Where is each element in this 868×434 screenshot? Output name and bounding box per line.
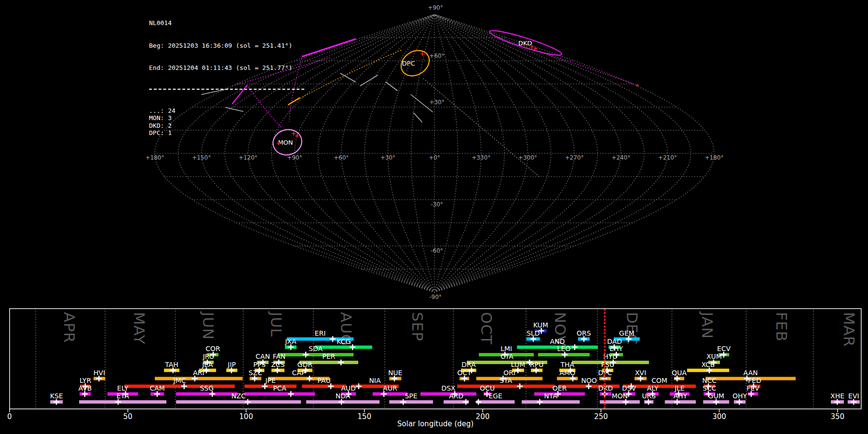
shower-label-lum: LUM bbox=[511, 361, 525, 368]
peak-marker-jpe bbox=[262, 383, 268, 389]
shower-label-cta: CTA bbox=[501, 353, 514, 360]
peak-marker-nta bbox=[537, 399, 542, 405]
x-tick-label: 0 bbox=[7, 412, 12, 421]
shower-label-dad: DAD bbox=[607, 338, 622, 345]
meteor-trail bbox=[414, 113, 422, 122]
radiant-ellipses: DPCMONDKD bbox=[270, 27, 563, 158]
peak-marker-pau bbox=[328, 383, 334, 389]
peak-marker-urs bbox=[646, 399, 651, 405]
peak-marker-jmc bbox=[181, 383, 187, 389]
shower-label-dsv: DSV bbox=[622, 384, 637, 392]
meteor-counts: ...: 24MON: 3DKD: 2DPC: 1 bbox=[149, 107, 304, 137]
shower-label-hvi: HVI bbox=[94, 369, 105, 377]
shower-label-nda: NDA bbox=[336, 392, 351, 400]
shower-label-psu: PSU bbox=[601, 361, 614, 368]
shower-label-xhe: XHE bbox=[830, 392, 844, 400]
shower-label-can: CAN bbox=[256, 353, 270, 360]
shower-label-ahy: AHY bbox=[673, 392, 687, 400]
shower-label-ocu: OCU bbox=[480, 384, 495, 392]
month-label: MAY bbox=[131, 312, 148, 344]
peak-marker-sta bbox=[517, 383, 523, 389]
shower-bar-aur bbox=[373, 393, 407, 396]
shower-label-urs: URS bbox=[642, 392, 656, 400]
shower-label-scc: SCC bbox=[703, 384, 717, 392]
month-label: FEB bbox=[773, 312, 790, 342]
peak-marker-eta bbox=[115, 399, 121, 405]
peak-marker-rpu bbox=[533, 367, 539, 373]
radiant-label-dkd: DKD bbox=[518, 40, 532, 47]
latitude-label: -30° bbox=[431, 201, 443, 208]
peak-marker-ari bbox=[192, 376, 198, 381]
shower-label-cor: COR bbox=[205, 345, 220, 353]
peak-marker-ege bbox=[475, 399, 481, 405]
row-violet: KSEETANZCNDASPEARDEGENTAMONURSAHYGUMOHYX… bbox=[50, 392, 860, 405]
shower-label-nta: NTA bbox=[544, 392, 557, 400]
peak-marker-evi bbox=[851, 399, 856, 405]
peak-marker-xvi bbox=[637, 376, 643, 381]
shower-label-qua: QUA bbox=[672, 369, 687, 377]
longitude-label: +180° bbox=[146, 154, 164, 161]
shower-label-kse: KSE bbox=[50, 392, 63, 400]
shower-label-com: COM bbox=[651, 377, 667, 384]
shower-bar-ari bbox=[155, 377, 243, 380]
shower-label-aud: AUD bbox=[341, 384, 356, 392]
shower-label-cam: CAM bbox=[149, 384, 164, 392]
month-label: JUN bbox=[200, 311, 217, 340]
shower-bar-mon bbox=[600, 400, 640, 404]
shower-bar-jpe bbox=[244, 385, 297, 388]
longitude-label: +90° bbox=[287, 154, 302, 161]
count-row: MON: 3 bbox=[149, 114, 304, 122]
shower-label-nia: NIA bbox=[369, 377, 381, 384]
shower-label-jxa: JXA bbox=[285, 338, 297, 345]
longitude-label: +120° bbox=[239, 154, 258, 161]
peak-marker-jip bbox=[229, 367, 234, 373]
x-tick-label: 350 bbox=[830, 412, 844, 421]
latitude-label: +60° bbox=[429, 53, 444, 59]
shower-label-ecv: ECV bbox=[717, 345, 731, 353]
begin-time: Beg: 20251203 16:36:09 (sol = 251.41°) bbox=[149, 42, 304, 50]
peak-marker-pca bbox=[288, 391, 294, 397]
month-label: JUL bbox=[268, 311, 285, 337]
shower-label-kcg: KCG bbox=[337, 338, 351, 345]
peak-marker-jxa bbox=[288, 344, 294, 350]
peak-marker-ors bbox=[581, 336, 587, 342]
peak-marker-nzc bbox=[245, 399, 251, 405]
peak-marker-nia bbox=[356, 383, 362, 389]
peak-marker-eri bbox=[330, 336, 336, 342]
shower-label-cap: CAP bbox=[292, 369, 306, 377]
longitude-label: +210° bbox=[658, 154, 677, 161]
shower-label-ori: ORI bbox=[503, 369, 515, 377]
latitude-label: +30° bbox=[429, 99, 444, 106]
shower-label-jrc: JRC bbox=[203, 353, 214, 360]
shower-label-fan: FAN bbox=[272, 353, 285, 360]
shower-label-and: AND bbox=[550, 338, 565, 345]
peak-marker-spe bbox=[400, 399, 406, 405]
meteor-trail bbox=[302, 39, 355, 56]
red-dot-marker bbox=[637, 84, 638, 86]
peak-marker-xcb bbox=[706, 367, 712, 373]
shower-label-gdr: GDR bbox=[298, 361, 313, 368]
shower-label-pca: PCA bbox=[273, 384, 286, 392]
shower-label-szc: SZC bbox=[249, 369, 262, 377]
radiant-label-dpc: DPC bbox=[402, 60, 415, 67]
shower-label-tah: TAH bbox=[164, 361, 178, 368]
longitude-label: +150° bbox=[192, 154, 211, 161]
peak-marker-cap bbox=[307, 376, 312, 381]
shower-label-ege: EGE bbox=[488, 392, 502, 400]
peak-marker-sda bbox=[303, 352, 309, 358]
activity-timeline: APRMAYJUNJULAUGSEPOCTNOVDECJANFEBMARKUME… bbox=[7, 309, 861, 428]
shower-label-jle: JLE bbox=[674, 384, 685, 392]
shower-label-per: PER bbox=[322, 353, 335, 360]
peak-marker-ard bbox=[463, 399, 469, 405]
shower-label-spe: SPE bbox=[405, 392, 417, 400]
shower-label-evi: EVI bbox=[848, 392, 859, 400]
trail-dotted-path bbox=[288, 50, 401, 105]
sky-and-timeline-plot: +180°+150°+120°+90°+60°+30°+0°+330°+300°… bbox=[0, 0, 868, 434]
shower-label-xcb: XCB bbox=[701, 361, 715, 368]
shower-label-aan: AAN bbox=[743, 369, 758, 377]
graticule-meridian bbox=[388, 14, 434, 292]
x-tick-label: 150 bbox=[357, 412, 371, 421]
shower-label-tha: THA bbox=[560, 361, 574, 368]
shower-label-ssg: SSG bbox=[200, 384, 214, 392]
month-label: MAR bbox=[841, 312, 858, 347]
